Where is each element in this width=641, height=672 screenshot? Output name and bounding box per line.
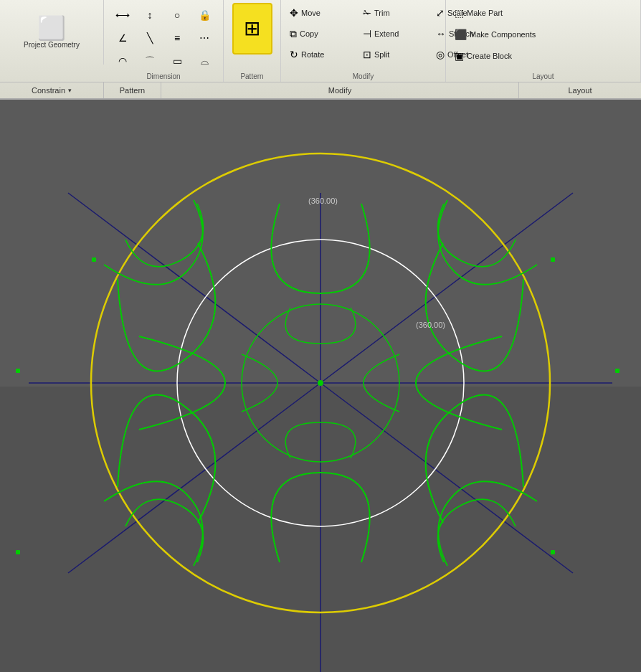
make-part-button[interactable]: ⬚ Make Part	[450, 3, 565, 23]
dim-split-icon: ⌓	[201, 56, 209, 66]
create-block-label: Create Block	[467, 52, 512, 60]
dim-arc-btn[interactable]: ◠	[110, 50, 136, 72]
dim-circle-icon: ○	[174, 10, 180, 20]
make-components-icon: ⬛	[455, 29, 467, 39]
marker-bottom-left	[16, 550, 20, 554]
dim-horizontal-btn[interactable]: ⟷	[110, 4, 136, 26]
project-geometry-icon: ⬜	[37, 16, 66, 39]
design-svg: (360.00) (360.00)	[0, 100, 641, 672]
pattern-label: Pattern	[240, 72, 263, 80]
dim-circle-btn[interactable]: ○	[164, 4, 190, 26]
layout-section: ⬚ Make Part ⬛ Make Components ▣ Create B…	[446, 0, 641, 82]
copy-icon: ⧉	[290, 29, 297, 39]
dim-broken-btn[interactable]: ≡	[164, 27, 190, 49]
dim-diagonal-btn[interactable]: ╲	[137, 27, 163, 49]
pattern-section: ⊞ Pattern	[224, 0, 281, 82]
svg-point-11	[318, 380, 323, 386]
project-geometry-label: Project Geometry	[24, 41, 80, 49]
project-geometry-button[interactable]: ⬜ Project Geometry	[18, 6, 85, 58]
pattern-active-button[interactable]: ⊞	[232, 3, 272, 55]
dim-angular-btn[interactable]: ∠	[110, 27, 136, 49]
toolbar-main: ⬜ Project Geometry ⟷ ↕ ○	[0, 0, 641, 82]
dim-lock-btn[interactable]: 🔒	[191, 4, 217, 26]
extend-icon: ⊣	[363, 29, 371, 39]
pattern-tab-label: Pattern	[120, 86, 145, 95]
toolbar: ⬜ Project Geometry ⟷ ↕ ○	[0, 0, 641, 100]
modify-section: ✥ Move ✁ Trim ⤢ Scale ⧉ Copy	[281, 0, 446, 82]
split-button[interactable]: ⊡ Split	[359, 44, 430, 65]
dim-vertical-btn[interactable]: ↕	[137, 4, 163, 26]
split-label: Split	[374, 50, 389, 59]
dim-sym-icon: ⋯	[199, 33, 209, 43]
dimension-section: ⟷ ↕ ○ 🔒 ∠	[104, 0, 224, 82]
make-part-label: Make Part	[467, 9, 503, 17]
copy-label: Copy	[300, 29, 318, 38]
canvas-area[interactable]: (360.00) (360.00)	[0, 100, 641, 672]
make-part-icon: ⬚	[455, 8, 464, 18]
create-block-icon: ▣	[455, 51, 464, 61]
dim-split-btn[interactable]: ⌓	[191, 50, 217, 72]
dim-angular-icon: ∠	[118, 33, 128, 43]
move-icon: ✥	[290, 8, 298, 18]
marker-top-left	[92, 257, 96, 262]
marker-left	[16, 369, 20, 373]
move-label: Move	[301, 9, 320, 17]
extend-button[interactable]: ⊣ Extend	[359, 24, 430, 44]
modify-tab-label: Modify	[328, 86, 351, 95]
trim-button[interactable]: ✁ Trim	[359, 3, 430, 23]
dim-arc-icon: ◠	[118, 56, 127, 66]
dim-segment-icon: ⌒	[145, 56, 155, 66]
dim-horizontal-icon: ⟷	[115, 10, 130, 20]
rotate-label: Rotate	[301, 50, 324, 59]
dim-broken-icon: ≡	[174, 33, 180, 43]
dim-sym-btn[interactable]: ⋯	[191, 27, 217, 49]
marker-right	[615, 369, 619, 373]
modify-label: Modify	[353, 72, 374, 80]
marker-bottom-right	[551, 550, 555, 554]
stretch-icon: ↔	[436, 29, 446, 39]
dim-diagonal-icon: ╲	[147, 33, 153, 43]
svg-text:(360.00): (360.00)	[308, 197, 338, 205]
copy-button[interactable]: ⧉ Copy	[285, 24, 357, 44]
dim-vertical-icon: ↕	[148, 10, 153, 20]
toolbar-bottom: Constrain ▾ Pattern Modify Layout	[0, 82, 641, 98]
constrain-arrow: ▾	[68, 87, 72, 94]
create-block-button[interactable]: ▣ Create Block	[450, 46, 565, 66]
scale-icon: ⤢	[436, 8, 445, 18]
marker-top-right	[551, 257, 555, 262]
layout-label: Layout	[532, 72, 554, 80]
move-button[interactable]: ✥ Move	[285, 3, 357, 23]
pattern-tab[interactable]: Pattern	[104, 82, 161, 98]
svg-text:(360.00): (360.00)	[416, 321, 445, 329]
offset-icon: ◎	[436, 49, 445, 60]
make-components-button[interactable]: ⬛ Make Components	[450, 24, 565, 44]
modify-tab[interactable]: Modify	[161, 82, 519, 98]
pattern-icon: ⊞	[244, 19, 260, 39]
make-components-label: Make Components	[470, 30, 536, 39]
extend-label: Extend	[374, 29, 399, 38]
trim-icon: ✁	[363, 8, 371, 18]
trim-label: Trim	[374, 9, 390, 17]
split-icon: ⊡	[363, 49, 371, 60]
dim-rect-btn[interactable]: ▭	[164, 50, 190, 72]
dim-lock-icon: 🔒	[199, 10, 211, 20]
dim-rect-icon: ▭	[173, 56, 182, 66]
layout-tab[interactable]: Layout	[519, 82, 641, 98]
dimension-label: Dimension	[146, 72, 180, 80]
constrain-label: Constrain	[32, 86, 65, 95]
rotate-button[interactable]: ↻ Rotate	[285, 44, 357, 65]
constrain-tab[interactable]: Constrain ▾	[0, 82, 104, 98]
dim-segment-btn[interactable]: ⌒	[137, 50, 163, 72]
layout-tab-label: Layout	[568, 86, 592, 95]
rotate-icon: ↻	[290, 49, 298, 60]
project-geometry-section: ⬜ Project Geometry	[0, 0, 104, 65]
